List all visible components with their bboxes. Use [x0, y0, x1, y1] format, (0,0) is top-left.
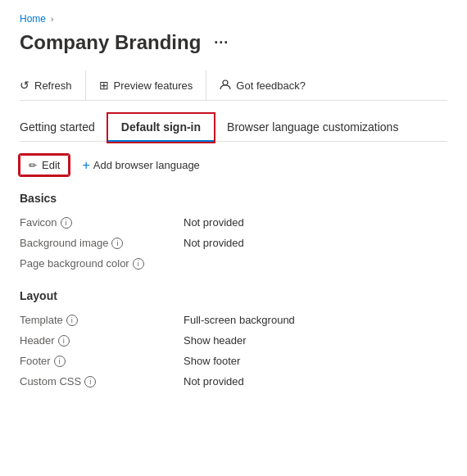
preview-label: Preview features	[114, 79, 193, 92]
header-info-icon[interactable]: i	[58, 335, 70, 347]
custom-css-label: Custom CSS i	[20, 375, 184, 388]
add-browser-language-button[interactable]: + Add browser language	[82, 158, 199, 173]
refresh-button[interactable]: ↺ Refresh	[20, 70, 86, 100]
background-image-info-icon[interactable]: i	[111, 238, 123, 249]
background-image-row: Background image i Not provided	[20, 237, 447, 249]
custom-css-info-icon[interactable]: i	[84, 376, 96, 388]
template-value: Full-screen background	[184, 314, 295, 326]
header-value: Show header	[184, 334, 247, 347]
more-options-button[interactable]: ···	[209, 33, 234, 53]
header-label: Header i	[20, 334, 184, 347]
favicon-row: Favicon i Not provided	[20, 216, 447, 229]
basics-heading: Basics	[20, 192, 447, 205]
page-title: Company Branding	[20, 31, 201, 54]
svg-point-0	[223, 80, 228, 85]
background-image-label: Background image i	[20, 237, 184, 249]
breadcrumb-home-link[interactable]: Home	[20, 13, 46, 25]
feedback-icon	[220, 79, 231, 93]
edit-pencil-icon: ✏	[29, 160, 37, 171]
tab-default-sign-in[interactable]: Default sign-in	[108, 114, 214, 142]
breadcrumb: Home ›	[20, 13, 447, 25]
footer-info-icon[interactable]: i	[54, 356, 66, 367]
favicon-label: Favicon i	[20, 216, 184, 229]
page-title-row: Company Branding ···	[20, 31, 447, 54]
breadcrumb-chevron-icon: ›	[51, 15, 53, 24]
refresh-label: Refresh	[34, 79, 72, 92]
add-language-label: Add browser language	[93, 159, 200, 171]
tab-browser-language[interactable]: Browser language customizations	[214, 114, 411, 142]
footer-label: Footer i	[20, 355, 184, 367]
template-row: Template i Full-screen background	[20, 314, 447, 326]
refresh-icon: ↺	[20, 79, 29, 92]
preview-features-button[interactable]: ⊞ Preview features	[86, 70, 207, 100]
tabs-container: Getting started Default sign-in Browser …	[20, 114, 447, 142]
page-background-color-row: Page background color i	[20, 257, 447, 270]
edit-button[interactable]: ✏ Edit	[20, 155, 69, 175]
basics-section: Basics Favicon i Not provided Background…	[20, 192, 447, 270]
favicon-info-icon[interactable]: i	[61, 217, 72, 229]
edit-label: Edit	[42, 159, 60, 171]
header-row: Header i Show header	[20, 334, 447, 347]
footer-value: Show footer	[184, 355, 240, 367]
page-background-color-info-icon[interactable]: i	[133, 258, 144, 270]
favicon-value: Not provided	[184, 216, 244, 229]
feedback-label: Got feedback?	[236, 79, 306, 92]
template-info-icon[interactable]: i	[66, 315, 78, 326]
preview-icon: ⊞	[99, 79, 109, 92]
action-bar: ✏ Edit + Add browser language	[20, 155, 447, 175]
custom-css-row: Custom CSS i Not provided	[20, 375, 447, 388]
page-background-color-label: Page background color i	[20, 257, 184, 270]
layout-section: Layout Template i Full-screen background…	[20, 289, 447, 388]
toolbar: ↺ Refresh ⊞ Preview features Got feedbac…	[20, 70, 447, 101]
footer-row: Footer i Show footer	[20, 355, 447, 367]
background-image-value: Not provided	[184, 237, 244, 249]
layout-heading: Layout	[20, 289, 447, 302]
tab-getting-started[interactable]: Getting started	[20, 114, 108, 142]
feedback-button[interactable]: Got feedback?	[206, 70, 319, 100]
template-label: Template i	[20, 314, 184, 326]
add-icon: +	[82, 158, 89, 173]
custom-css-value: Not provided	[184, 375, 244, 388]
